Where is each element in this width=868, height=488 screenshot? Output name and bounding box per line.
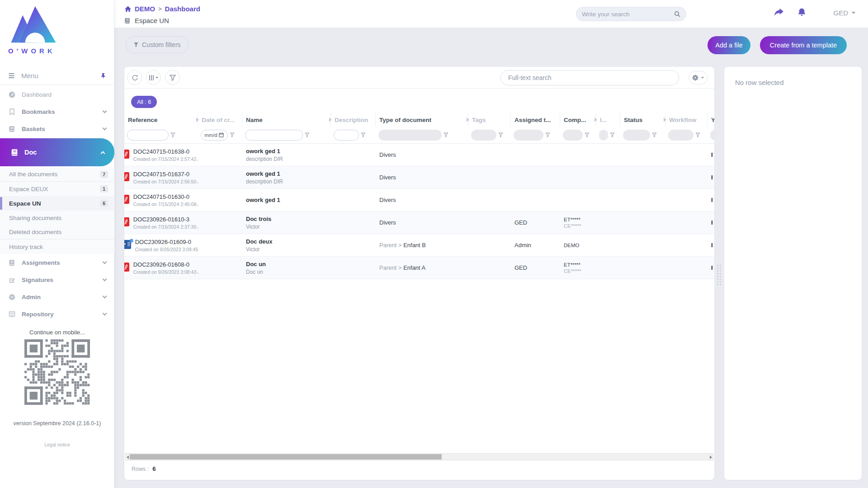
sidebar: O'WORK Menu Dashboard Bookmarks (0, 0, 114, 488)
date-placeholder: mm/d (204, 132, 217, 138)
search-icon[interactable] (674, 11, 680, 17)
table-row[interactable]: DOC240715-01637-0Created on 7/15/2024 2:… (124, 166, 714, 189)
breadcrumb: DEMO > Dashboard (124, 5, 200, 13)
custom-filters-button[interactable]: Custom filters (126, 36, 189, 53)
bell-icon[interactable] (797, 8, 807, 17)
table-row[interactable]: DOC240715-01638-0Created on 7/15/2024 2:… (124, 144, 714, 166)
caret-down-icon (156, 77, 158, 79)
sort-arrow-icon[interactable] (196, 117, 199, 122)
user-menu[interactable]: GED (833, 9, 855, 17)
sidebar-item-dashboard[interactable]: Dashboard (0, 86, 114, 103)
horizontal-scrollbar[interactable] (125, 453, 713, 460)
funnel-icon[interactable] (545, 132, 550, 137)
cell-i (596, 166, 620, 188)
cell-workflow (665, 189, 708, 211)
cell-reference: DOC240715-01630-0Created on 7/15/2024 2:… (124, 189, 198, 211)
sidebar-item-repository[interactable]: Repository (0, 305, 114, 323)
breadcrumb-current[interactable]: Dashboard (165, 5, 200, 13)
sidebar-item-doc[interactable]: Doc (0, 138, 114, 166)
sidebar-item-bookmarks[interactable]: Bookmarks (0, 103, 114, 120)
funnel-icon[interactable] (610, 132, 615, 137)
column-header-type-of-document[interactable]: Type of document (376, 113, 468, 127)
funnel-icon[interactable] (305, 132, 310, 137)
refresh-button[interactable] (127, 70, 142, 85)
sort-arrow-icon[interactable] (467, 117, 469, 122)
legal-notice-link[interactable]: Legal notice (44, 442, 70, 447)
column-header-workflow[interactable]: Workflow (665, 113, 708, 127)
sort-arrow-icon[interactable] (664, 117, 666, 122)
column-header-label: Status (624, 117, 642, 123)
global-search-input[interactable] (582, 11, 674, 18)
fulltext-search-input[interactable] (508, 74, 671, 81)
table-row[interactable]: DOC230926-01608-0Created on 9/26/2023 3:… (124, 257, 714, 279)
sidebar-item-label: Signatures (22, 277, 103, 283)
cell-y: I (708, 166, 714, 188)
scroll-left-arrow-icon[interactable] (127, 455, 129, 459)
sidebar-subitem-espace-un[interactable]: Espace UN6 (0, 196, 114, 211)
column-header-tags[interactable]: Tags (468, 113, 511, 127)
funnel-icon[interactable] (695, 132, 700, 137)
sidebar-subitem-history-track[interactable]: History track (0, 239, 114, 254)
sidebar-subitem-deleted-documents[interactable]: Deleted documents (0, 225, 114, 239)
tab-all-documents[interactable]: All : 6 (131, 96, 157, 108)
filter-description-input[interactable] (334, 130, 359, 141)
sidebar-subitem-all-the-documents[interactable]: All the documents7 (0, 167, 114, 182)
columns-button[interactable] (146, 70, 161, 85)
create-from-template-button[interactable]: Create from a template (760, 36, 847, 54)
breadcrumb-root[interactable]: DEMO (135, 5, 155, 13)
home-icon[interactable] (124, 6, 132, 12)
sidebar-item-baskets[interactable]: Baskets (0, 120, 114, 137)
filter-date-input[interactable]: mm/d (201, 130, 228, 141)
column-header-status[interactable]: Status (620, 113, 665, 127)
table-settings-button[interactable] (689, 71, 708, 84)
table-row[interactable]: DOC240715-01630-0Created on 7/15/2024 2:… (124, 189, 714, 211)
document-name: owork ged 1 (246, 148, 331, 155)
funnel-icon[interactable] (230, 132, 235, 137)
column-header-date-of-cr[interactable]: Date of cr... (198, 113, 242, 127)
gear-icon (692, 75, 698, 81)
add-file-button[interactable]: Add a file (708, 36, 750, 54)
funnel-icon[interactable] (652, 132, 657, 137)
qr-code (24, 339, 90, 405)
filter-name-input[interactable] (245, 130, 303, 141)
sidebar-subitem-espace-deux[interactable]: Espace DEUX1 (0, 182, 114, 196)
sidebar-subitem-sharing-documents[interactable]: Sharing documents (0, 211, 114, 225)
sort-arrow-icon[interactable] (594, 117, 597, 122)
pin-icon[interactable] (100, 73, 106, 79)
funnel-icon[interactable] (170, 132, 175, 137)
sort-arrow-icon[interactable] (329, 117, 332, 122)
column-header-name[interactable]: Name (242, 113, 331, 127)
pdf-file-icon (124, 217, 129, 228)
assigned-to: GED (514, 219, 560, 226)
sidebar-item-assignments[interactable]: Assignments (0, 254, 114, 271)
actions-row: Custom filters Add a file Create from a … (114, 36, 868, 55)
filter-button[interactable] (165, 70, 180, 85)
panel-resize-handle[interactable] (717, 265, 721, 285)
share-forward-icon[interactable] (774, 8, 784, 17)
funnel-icon[interactable] (498, 132, 503, 137)
column-header-y[interactable]: Y... (708, 113, 714, 127)
column-header-comp[interactable]: Comp... (560, 113, 596, 127)
scroll-right-arrow-icon[interactable] (710, 455, 712, 459)
table-row[interactable]: DOC230926-01610-3Created on 7/15/2024 2:… (124, 211, 714, 234)
column-header-description[interactable]: Description (331, 113, 376, 127)
column-header-i[interactable]: I... (596, 113, 620, 127)
document-subtitle: Doc un (246, 269, 331, 275)
column-header-reference[interactable]: Reference (124, 113, 198, 127)
funnel-icon[interactable] (361, 132, 366, 137)
edge-text: I (711, 197, 714, 203)
sidebar-item-signatures[interactable]: Signatures (0, 271, 114, 288)
sidebar-item-admin[interactable]: Admin (0, 288, 114, 305)
funnel-icon[interactable] (585, 132, 590, 137)
filter-reference-input[interactable] (127, 130, 169, 141)
scrollbar-thumb[interactable] (130, 454, 442, 460)
logo: O'WORK (0, 0, 114, 55)
table-row[interactable]: DOC230926-01609-0Created on 9/26/2023 3:… (124, 234, 714, 257)
column-header-assigned-t[interactable]: Assigned t... (511, 113, 560, 127)
filter-workflow-disabled (668, 130, 693, 141)
gear-icon (8, 294, 15, 300)
sidebar-nav: Dashboard Bookmarks Baskets (0, 86, 114, 323)
funnel-icon[interactable] (443, 132, 448, 137)
assigned-to: Admin (514, 242, 560, 249)
hamburger-icon[interactable] (8, 73, 15, 79)
